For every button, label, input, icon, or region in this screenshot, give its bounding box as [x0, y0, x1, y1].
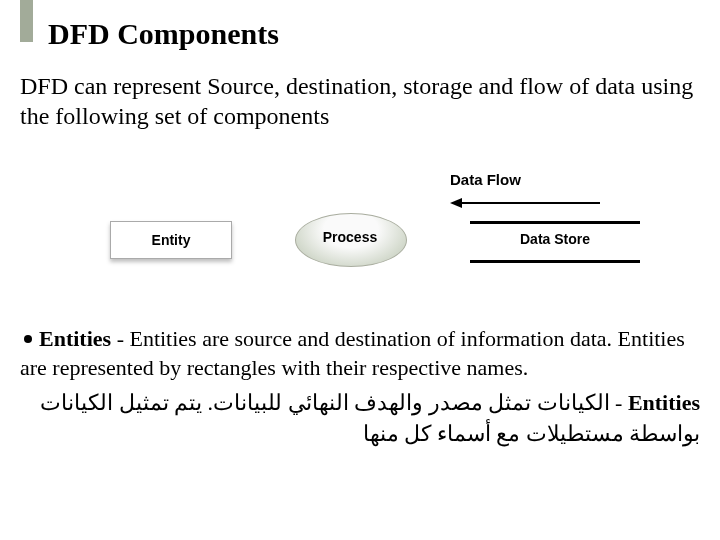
- entity-shape: Entity: [110, 221, 232, 259]
- arrow-icon: [450, 196, 600, 210]
- accent-decor: [20, 0, 33, 42]
- arabic-translation: Entities - الكيانات تمثل مصدر والهدف الن…: [20, 388, 700, 450]
- svg-marker-1: [450, 198, 462, 208]
- process-shape: Process: [295, 213, 405, 265]
- data-flow-label: Data Flow: [450, 171, 521, 188]
- data-store-shape: Data Store: [470, 221, 640, 263]
- process-label: Process: [295, 229, 405, 245]
- bullet-icon: [24, 335, 32, 343]
- bullet-entities: Entities - Entities are source and desti…: [20, 325, 700, 382]
- dfd-diagram: Data Flow Entity Process Data Store: [20, 171, 700, 291]
- arabic-prefix: Entities: [628, 390, 700, 415]
- bullet-text: - Entities are source and destination of…: [20, 326, 685, 380]
- entity-label: Entity: [152, 232, 191, 248]
- arabic-text: - الكيانات تمثل مصدر والهدف النهائي للبي…: [40, 390, 700, 446]
- lead-text: DFD can represent Source, destination, s…: [20, 71, 700, 131]
- page-title: DFD Components: [48, 17, 700, 51]
- slide: DFD Components DFD can represent Source,…: [0, 0, 720, 540]
- bullet-heading: Entities: [39, 326, 111, 351]
- data-store-label: Data Store: [470, 224, 640, 254]
